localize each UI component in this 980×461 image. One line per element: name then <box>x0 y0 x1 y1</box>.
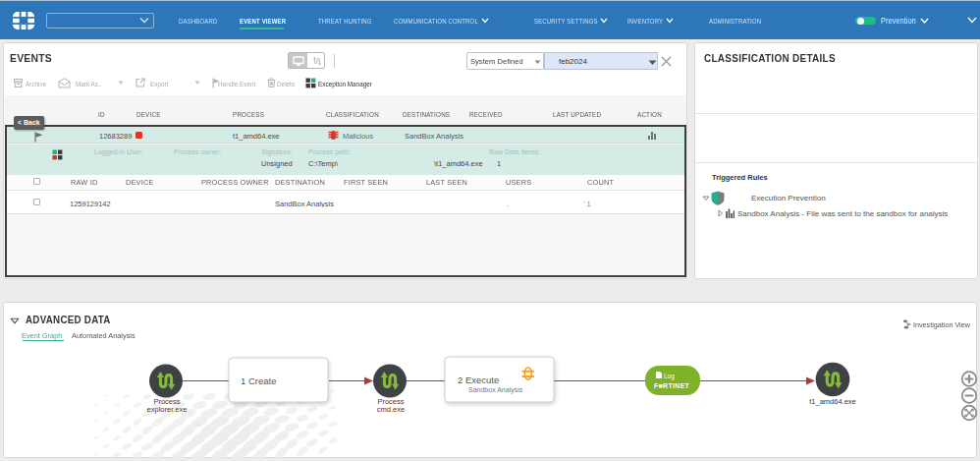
svg-text:F■RTINET: F■RTINET <box>654 382 690 389</box>
svg-text:Log: Log <box>664 373 675 380</box>
svg-text:2 Execute: 2 Execute <box>458 375 499 385</box>
svg-text:Sandbox Analysis: Sandbox Analysis <box>468 386 523 394</box>
svg-text:explorer.exe: explorer.exe <box>147 405 188 414</box>
svg-text:cmd.exe: cmd.exe <box>377 405 405 414</box>
svg-text:t1_amd64.exe: t1_amd64.exe <box>809 397 856 406</box>
svg-text:1 Create: 1 Create <box>241 375 276 386</box>
